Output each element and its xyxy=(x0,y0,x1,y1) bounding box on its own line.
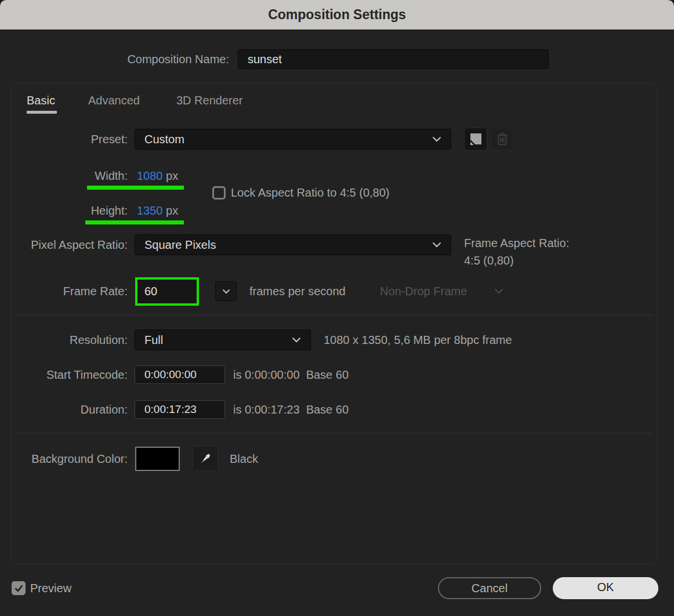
preview-checkbox[interactable] xyxy=(12,581,26,595)
resolution-label: Resolution: xyxy=(12,329,128,350)
chevron-down-icon-disabled xyxy=(494,288,503,294)
height-value[interactable]: 1350 xyxy=(137,204,163,217)
checkmark-icon xyxy=(14,584,24,593)
preset-dropdown[interactable]: Custom xyxy=(135,129,451,150)
chevron-down-icon xyxy=(222,289,230,294)
section-divider xyxy=(16,433,653,434)
lock-aspect-ratio-checkbox[interactable] xyxy=(212,186,226,200)
background-color-swatch[interactable] xyxy=(135,447,180,471)
frame-rate-input[interactable] xyxy=(137,280,197,303)
resolution-info: 1080 x 1350, 5,6 MB per 8bpc frame xyxy=(324,329,512,350)
save-preset-button[interactable] xyxy=(464,128,487,151)
duration-info: is 0:00:17:23 Base 60 xyxy=(233,400,349,419)
basic-tab-panel xyxy=(11,83,657,564)
annotation-width-underline xyxy=(87,186,184,190)
pixel-aspect-ratio-label: Pixel Aspect Ratio: xyxy=(12,234,128,255)
section-divider xyxy=(16,314,653,316)
cancel-button[interactable]: Cancel xyxy=(438,577,541,599)
frame-rate-dropdown-button[interactable] xyxy=(215,281,237,301)
eyedropper-icon xyxy=(198,451,213,466)
resolution-dropdown[interactable]: Full xyxy=(135,329,311,350)
background-color-label: Background Color: xyxy=(12,447,128,471)
composition-name-input[interactable] xyxy=(238,49,549,69)
annotation-height-underline xyxy=(85,220,184,224)
start-timecode-label: Start Timecode: xyxy=(12,365,128,384)
duration-label: Duration: xyxy=(12,400,128,419)
composition-name-label: Composition Name: xyxy=(58,49,229,69)
dialog-title: Composition Settings xyxy=(268,7,406,22)
chevron-down-icon xyxy=(432,136,441,142)
tab-3d-renderer[interactable]: 3D Renderer xyxy=(176,92,243,109)
width-unit: px xyxy=(166,169,178,182)
height-value-group[interactable]: 1350 px xyxy=(137,202,178,219)
width-label: Width: xyxy=(12,168,128,184)
delete-preset-button[interactable] xyxy=(491,128,514,151)
chevron-down-icon xyxy=(432,242,441,248)
duration-input[interactable] xyxy=(135,400,225,419)
composition-settings-dialog: Composition Settings Composition Name: B… xyxy=(0,0,674,616)
start-timecode-input[interactable] xyxy=(135,365,225,384)
frames-per-second-label: frames per second xyxy=(249,281,346,302)
preset-value: Custom xyxy=(144,133,432,146)
chevron-down-icon xyxy=(292,337,301,343)
save-preset-icon xyxy=(468,132,484,147)
width-value[interactable]: 1080 xyxy=(137,169,163,182)
background-color-name: Black xyxy=(230,447,258,471)
tab-advanced[interactable]: Advanced xyxy=(88,92,140,109)
preset-label: Preset: xyxy=(12,129,128,150)
frame-aspect-ratio-value: 4:5 (0,80) xyxy=(464,253,514,268)
resolution-value: Full xyxy=(144,334,292,347)
height-unit: px xyxy=(166,204,178,217)
ok-button[interactable]: OK xyxy=(553,577,658,599)
drop-frame-dropdown: Non-Drop Frame xyxy=(380,281,467,302)
eyedropper-button[interactable] xyxy=(193,446,218,471)
tab-basic[interactable]: Basic xyxy=(27,92,55,109)
width-value-group[interactable]: 1080 px xyxy=(137,168,178,184)
frame-rate-label: Frame Rate: xyxy=(12,281,128,302)
annotation-frame-rate-highlight xyxy=(135,277,199,306)
pixel-aspect-ratio-value: Square Pixels xyxy=(144,238,432,252)
pixel-aspect-ratio-dropdown[interactable]: Square Pixels xyxy=(135,234,451,255)
trash-icon xyxy=(495,132,509,147)
tab-basic-active-underline xyxy=(27,111,57,114)
frame-aspect-ratio-label: Frame Aspect Ratio: xyxy=(464,235,569,251)
lock-aspect-ratio-label: Lock Aspect Ratio to 4:5 (0,80) xyxy=(231,184,390,201)
height-label: Height: xyxy=(12,202,128,219)
dialog-titlebar: Composition Settings xyxy=(0,0,674,30)
start-timecode-info: is 0:00:00:00 Base 60 xyxy=(233,365,349,384)
preview-label: Preview xyxy=(30,580,71,596)
